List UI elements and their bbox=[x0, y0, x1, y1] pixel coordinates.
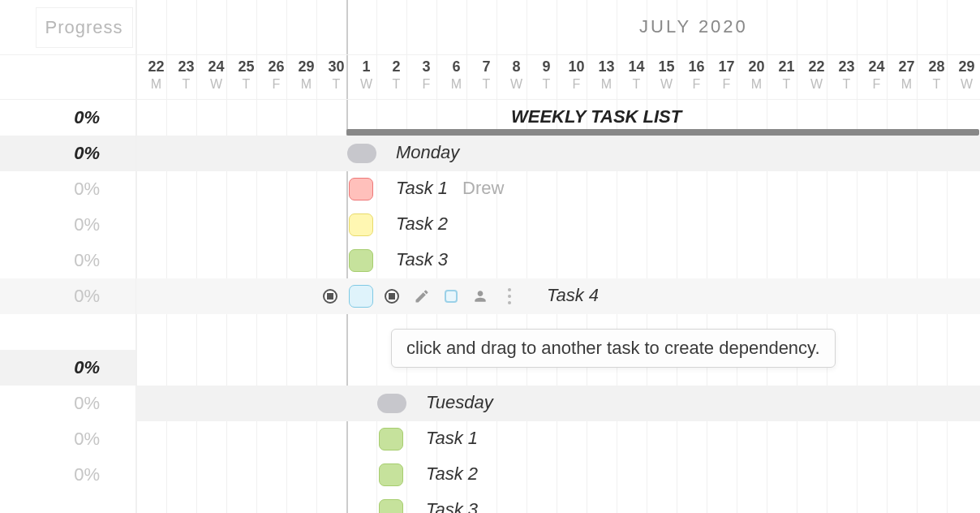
date-col-3: 3F bbox=[411, 58, 441, 92]
date-num: 24 bbox=[201, 58, 231, 75]
date-day: F bbox=[681, 77, 711, 92]
date-col-21: 21T bbox=[772, 58, 802, 92]
date-day: F bbox=[561, 77, 591, 92]
date-num: 25 bbox=[231, 58, 261, 75]
monday-pill[interactable] bbox=[347, 144, 376, 163]
date-day: M bbox=[741, 77, 772, 92]
progress-task4: 0% bbox=[0, 278, 135, 314]
date-num: 23 bbox=[832, 58, 862, 75]
left-date-spacer bbox=[0, 55, 135, 100]
pencil-icon bbox=[414, 288, 430, 304]
dependency-handle-right[interactable] bbox=[385, 289, 399, 304]
person-icon bbox=[472, 288, 488, 304]
summary-bar[interactable] bbox=[346, 129, 979, 136]
date-day: F bbox=[261, 77, 291, 92]
date-col-22: 22M bbox=[141, 58, 171, 92]
date-col-6: 6M bbox=[441, 58, 471, 92]
date-num: 3 bbox=[411, 58, 441, 75]
row-mon-task1[interactable]: Task 1 Drew bbox=[136, 171, 980, 207]
tue-task1-label: Task 1 bbox=[426, 428, 478, 449]
date-num: 27 bbox=[892, 58, 922, 75]
date-col-7: 7T bbox=[471, 58, 501, 92]
month-header: JULY 2020 bbox=[136, 0, 980, 55]
assignee-button[interactable] bbox=[466, 282, 495, 310]
progress-tue-task1: 0% bbox=[0, 386, 135, 421]
task1-assignee: Drew bbox=[462, 178, 504, 199]
date-day: T bbox=[321, 77, 351, 92]
task3-label: Task 3 bbox=[396, 249, 448, 270]
date-day: W bbox=[952, 77, 980, 92]
color-button[interactable] bbox=[436, 282, 466, 310]
date-day: W bbox=[802, 77, 832, 92]
date-num: 29 bbox=[952, 58, 980, 75]
tuesday-label: Tuesday bbox=[426, 392, 493, 413]
date-day: W bbox=[201, 77, 231, 92]
list-title-label: WEEKLY TASK LIST bbox=[511, 106, 681, 127]
date-col-14: 14T bbox=[621, 58, 651, 92]
date-day: T bbox=[531, 77, 561, 92]
date-day: M bbox=[441, 77, 471, 92]
date-num: 15 bbox=[651, 58, 681, 75]
tuesday-pill[interactable] bbox=[377, 394, 406, 413]
tue-task2-label: Task 2 bbox=[426, 463, 478, 485]
date-col-10: 10F bbox=[561, 58, 591, 92]
dependency-tooltip: click and drag to another task to create… bbox=[391, 329, 836, 368]
gantt-view: Progress 0% 0% 0% 0% 0% 0% 0% 0% 0% 0% J… bbox=[0, 0, 980, 513]
date-num: 16 bbox=[681, 58, 711, 75]
progress-spacer bbox=[0, 314, 135, 350]
task-box-task4[interactable] bbox=[349, 285, 373, 308]
row-list-title: WEEKLY TASK LIST bbox=[136, 100, 980, 136]
timeline-area[interactable]: JULY 2020 22M23T24W25T26F29M30T1W2T3F6M7… bbox=[136, 0, 980, 513]
date-col-27: 27M bbox=[892, 58, 922, 92]
date-col-1: 1W bbox=[351, 58, 381, 92]
task-box-task1[interactable] bbox=[349, 178, 373, 200]
date-col-22: 22W bbox=[802, 58, 832, 92]
progress-task1: 0% bbox=[0, 171, 135, 207]
row-tue-task2[interactable]: Task 2 bbox=[136, 457, 980, 493]
row-mon-task3[interactable]: Task 3 bbox=[136, 243, 980, 278]
task-box-tue2[interactable] bbox=[379, 463, 403, 486]
date-day: W bbox=[351, 77, 381, 92]
date-col-16: 16F bbox=[681, 58, 711, 92]
progress-task3: 0% bbox=[0, 243, 135, 278]
progress-title: 0% bbox=[0, 100, 135, 136]
date-num: 6 bbox=[441, 58, 471, 75]
date-col-24: 24W bbox=[201, 58, 231, 92]
date-day: T bbox=[922, 77, 952, 92]
row-tuesday[interactable]: Tuesday bbox=[136, 386, 980, 421]
date-num: 20 bbox=[741, 58, 772, 75]
row-mon-task2[interactable]: Task 2 bbox=[136, 207, 980, 243]
date-col-23: 23T bbox=[832, 58, 862, 92]
task-box-task3[interactable] bbox=[349, 249, 373, 272]
dependency-handle-left[interactable] bbox=[323, 289, 337, 304]
date-num: 7 bbox=[471, 58, 501, 75]
date-col-9: 9T bbox=[531, 58, 561, 92]
more-button[interactable] bbox=[495, 282, 524, 310]
month-label: JULY 2020 bbox=[639, 16, 748, 37]
date-num: 30 bbox=[321, 58, 351, 75]
row-mon-task4-selected[interactable]: Task 4 bbox=[136, 278, 980, 314]
date-day: T bbox=[832, 77, 862, 92]
date-num: 13 bbox=[591, 58, 621, 75]
row-tue-task3[interactable]: Task 3 bbox=[136, 493, 980, 513]
date-day: M bbox=[291, 77, 321, 92]
edit-button[interactable] bbox=[407, 282, 436, 310]
date-day: M bbox=[892, 77, 922, 92]
task-box-task2[interactable] bbox=[349, 213, 373, 236]
date-col-2: 2T bbox=[381, 58, 411, 92]
date-col-20: 20M bbox=[741, 58, 772, 92]
date-num: 23 bbox=[171, 58, 201, 75]
more-vertical-icon bbox=[508, 288, 511, 304]
date-day: T bbox=[772, 77, 802, 92]
row-tue-task1[interactable]: Task 1 bbox=[136, 421, 980, 457]
row-monday[interactable]: Monday bbox=[136, 136, 980, 171]
progress-tue-task3: 0% bbox=[0, 457, 135, 493]
date-col-25: 25T bbox=[231, 58, 261, 92]
date-day: F bbox=[411, 77, 441, 92]
date-col-30: 30T bbox=[321, 58, 351, 92]
date-num: 22 bbox=[141, 58, 171, 75]
date-day: T bbox=[471, 77, 501, 92]
task-box-tue1[interactable] bbox=[379, 428, 403, 450]
task-box-tue3[interactable] bbox=[379, 499, 403, 513]
date-num: 9 bbox=[531, 58, 561, 75]
